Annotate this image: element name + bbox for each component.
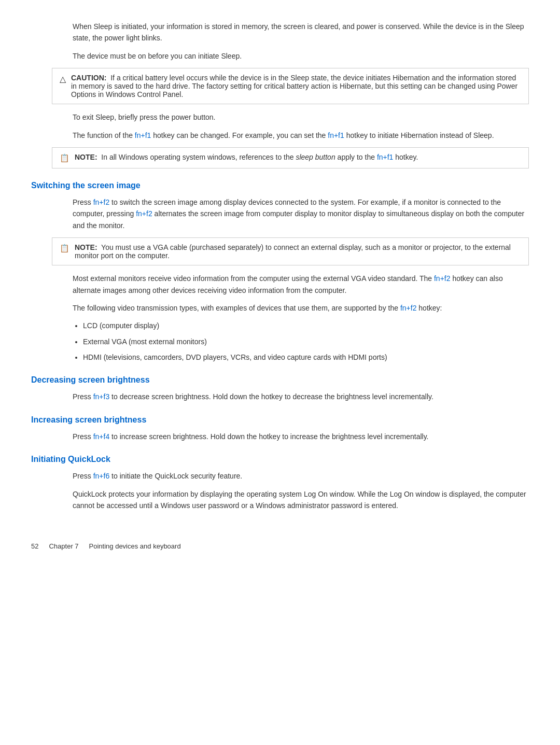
section1-content-2: Most external monitors receive video inf… [31, 273, 529, 314]
note-text-2: NOTE: You must use a VGA cable (purchase… [75, 243, 521, 260]
fn-f6-link[interactable]: fn+f6 [93, 472, 110, 480]
intro-para4: The function of the fn+f1 hotkey can be … [73, 130, 529, 141]
fn-f1-note-link[interactable]: fn+f1 [377, 153, 394, 161]
note-post-1: hotkey. [393, 153, 418, 161]
note-italic-1: sleep button [296, 153, 335, 161]
fn-f2-link-4[interactable]: fn+f2 [400, 304, 417, 312]
note-body-2: You must use a VGA cable (purchased sepa… [75, 243, 511, 260]
page-content: When Sleep is initiated, your informatio… [31, 21, 529, 550]
section1-bullets: LCD (computer display) External VGA (mos… [31, 320, 529, 363]
s1p2-pre: Most external monitors receive video inf… [73, 274, 434, 283]
intro-para1: When Sleep is initiated, your informatio… [73, 21, 529, 44]
note-icon-1: 📋 [60, 153, 69, 163]
intro-section: When Sleep is initiated, your informatio… [31, 21, 529, 62]
intro-para4-post: hotkey to initiate Hibernation instead o… [344, 131, 494, 139]
section4-para2: QuickLock protects your information by d… [73, 488, 529, 512]
fn-f3-link[interactable]: fn+f3 [93, 392, 110, 401]
fn-f2-link-3[interactable]: fn+f2 [434, 274, 451, 283]
bullet-item-1: LCD (computer display) [83, 320, 529, 331]
section1-para2: Most external monitors receive video inf… [73, 273, 529, 296]
intro-para2: The device must be on before you can ini… [73, 50, 529, 62]
section2-heading: Decreasing screen brightness [31, 375, 529, 385]
intro-para3: To exit Sleep, briefly press the power b… [73, 111, 529, 123]
section3-content: Press fn+f4 to increase screen brightnes… [31, 431, 529, 442]
s3p1-pre: Press [73, 432, 93, 441]
note-label-2: NOTE: [75, 243, 97, 251]
note-pre-1: In all Windows operating system windows,… [101, 153, 296, 161]
intro-para4-pre: The function of the [73, 131, 135, 139]
page-footer: 52 Chapter 7 Pointing devices and keyboa… [31, 542, 529, 550]
section3-heading: Increasing screen brightness [31, 415, 529, 425]
section1-content: Press fn+f2 to switch the screen image a… [31, 196, 529, 231]
s1p3-post: hotkey: [416, 304, 442, 312]
section2-content: Press fn+f3 to decrease screen brightnes… [31, 391, 529, 402]
footer-chapter: Chapter 7 [49, 542, 78, 550]
section4-content: Press fn+f6 to initiate the QuickLock se… [31, 470, 529, 511]
s1p3-pre: The following video transmission types, … [73, 304, 400, 312]
section1-para1: Press fn+f2 to switch the screen image a… [73, 196, 529, 231]
note-box-2: 📋 NOTE: You must use a VGA cable (purcha… [52, 237, 529, 265]
bullet-item-2: External VGA (most external monitors) [83, 336, 529, 347]
s4p1-post: to initiate the QuickLock security featu… [109, 472, 242, 480]
fn-f2-link-1[interactable]: fn+f2 [93, 198, 110, 206]
caution-box: △ CAUTION: If a critical battery level o… [52, 68, 529, 104]
section1-para3: The following video transmission types, … [73, 302, 529, 314]
footer-chapter-title: Pointing devices and keyboard [89, 542, 181, 550]
intro-para4-mid: hotkey can be changed. For example, you … [151, 131, 328, 139]
s4p1-pre: Press [73, 472, 93, 480]
section4-heading: Initiating QuickLock [31, 455, 529, 464]
fn-f4-link[interactable]: fn+f4 [93, 432, 110, 441]
fn-f1-link-1[interactable]: fn+f1 [135, 131, 151, 139]
s2p1-post: to decrease screen brightness. Hold down… [109, 392, 433, 401]
fn-f1-link-2[interactable]: fn+f1 [328, 131, 344, 139]
s3p1-post: to increase screen brightness. Hold down… [109, 432, 428, 441]
bullet-item-3: HDMI (televisions, camcorders, DVD playe… [83, 352, 529, 363]
caution-text: CAUTION: If a critical battery level occ… [71, 74, 521, 99]
section3-para1: Press fn+f4 to increase screen brightnes… [73, 431, 529, 442]
caution-label: CAUTION: [71, 74, 106, 82]
s2p1-pre: Press [73, 392, 93, 401]
note-text-1: NOTE: In all Windows operating system wi… [75, 153, 418, 161]
note-box-1: 📋 NOTE: In all Windows operating system … [52, 147, 529, 168]
caution-icon: △ [60, 74, 66, 84]
caution-body: If a critical battery level occurs while… [71, 74, 517, 99]
note-label-1: NOTE: [75, 153, 97, 161]
footer-page-number: 52 [31, 542, 38, 550]
intro-section-2: To exit Sleep, briefly press the power b… [31, 111, 529, 141]
fn-f2-link-2[interactable]: fn+f2 [136, 209, 152, 218]
note-icon-2: 📋 [60, 244, 69, 253]
section2-para1: Press fn+f3 to decrease screen brightnes… [73, 391, 529, 402]
section4-para1: Press fn+f6 to initiate the QuickLock se… [73, 470, 529, 482]
note-mid-1: apply to the [335, 153, 377, 161]
section1-heading: Switching the screen image [31, 181, 529, 190]
s1p1-pre: Press [73, 198, 93, 206]
